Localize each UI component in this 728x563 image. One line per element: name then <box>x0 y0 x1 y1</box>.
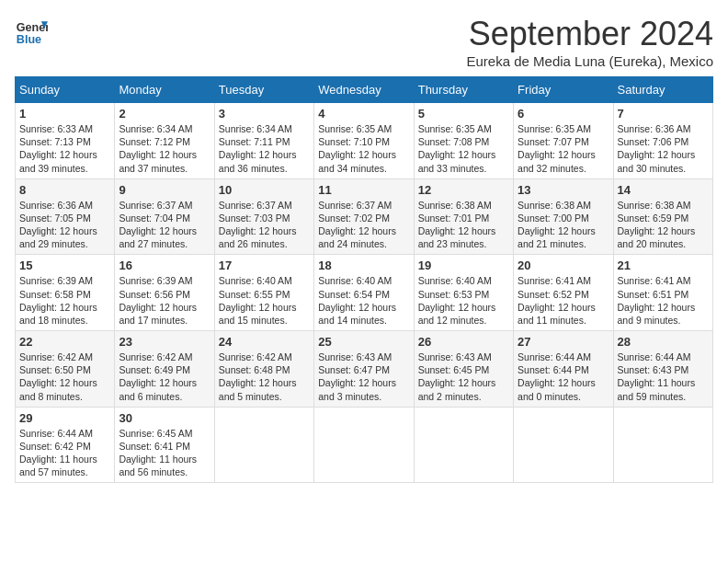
day-number: 9 <box>119 183 210 197</box>
day-number: 26 <box>418 335 509 349</box>
day-number: 10 <box>219 183 310 197</box>
calendar-week-3: 15Sunrise: 6:39 AMSunset: 6:58 PMDayligh… <box>16 255 713 331</box>
calendar-cell: 10Sunrise: 6:37 AMSunset: 7:03 PMDayligh… <box>214 178 313 255</box>
day-number: 1 <box>19 107 110 121</box>
calendar-cell: 8Sunrise: 6:36 AMSunset: 7:05 PMDaylight… <box>16 178 115 255</box>
day-number: 11 <box>318 183 409 197</box>
calendar-cell: 22Sunrise: 6:42 AMSunset: 6:50 PMDayligh… <box>16 331 115 408</box>
logo: General Blue <box>15 15 48 48</box>
day-number: 8 <box>19 183 110 197</box>
day-info: Sunrise: 6:38 AMSunset: 7:01 PMDaylight:… <box>418 199 509 251</box>
calendar-cell: 4Sunrise: 6:35 AMSunset: 7:10 PMDaylight… <box>314 103 414 179</box>
day-info: Sunrise: 6:41 AMSunset: 6:52 PMDaylight:… <box>518 274 609 327</box>
day-number: 7 <box>618 107 709 121</box>
day-info: Sunrise: 6:39 AMSunset: 6:56 PMDaylight:… <box>119 274 210 327</box>
calendar-cell: 26Sunrise: 6:43 AMSunset: 6:45 PMDayligh… <box>414 331 513 408</box>
calendar-cell: 7Sunrise: 6:36 AMSunset: 7:06 PMDaylight… <box>613 103 712 179</box>
calendar-week-4: 22Sunrise: 6:42 AMSunset: 6:50 PMDayligh… <box>16 331 713 408</box>
day-info: Sunrise: 6:42 AMSunset: 6:48 PMDaylight:… <box>219 350 310 403</box>
calendar-cell: 1Sunrise: 6:33 AMSunset: 7:13 PMDaylight… <box>16 103 115 179</box>
calendar-cell: 3Sunrise: 6:34 AMSunset: 7:11 PMDaylight… <box>214 103 313 179</box>
calendar-cell: 21Sunrise: 6:41 AMSunset: 6:51 PMDayligh… <box>613 255 712 331</box>
day-number: 22 <box>19 335 110 349</box>
calendar-cell: 12Sunrise: 6:38 AMSunset: 7:01 PMDayligh… <box>414 178 513 255</box>
weekday-monday: Monday <box>115 77 214 103</box>
day-info: Sunrise: 6:36 AMSunset: 7:05 PMDaylight:… <box>19 199 110 251</box>
day-info: Sunrise: 6:40 AMSunset: 6:53 PMDaylight:… <box>418 274 509 327</box>
calendar-cell: 14Sunrise: 6:38 AMSunset: 6:59 PMDayligh… <box>613 178 712 255</box>
day-number: 20 <box>518 259 609 272</box>
calendar-body: 1Sunrise: 6:33 AMSunset: 7:13 PMDaylight… <box>16 103 713 483</box>
calendar-cell: 30Sunrise: 6:45 AMSunset: 6:41 PMDayligh… <box>115 407 214 483</box>
day-info: Sunrise: 6:37 AMSunset: 7:02 PMDaylight:… <box>318 199 409 251</box>
svg-text:Blue: Blue <box>17 33 41 46</box>
day-number: 4 <box>318 107 409 121</box>
day-info: Sunrise: 6:33 AMSunset: 7:13 PMDaylight:… <box>19 122 110 175</box>
day-info: Sunrise: 6:38 AMSunset: 7:00 PMDaylight:… <box>518 199 609 251</box>
day-info: Sunrise: 6:34 AMSunset: 7:12 PMDaylight:… <box>119 122 210 175</box>
calendar-cell: 13Sunrise: 6:38 AMSunset: 7:00 PMDayligh… <box>514 178 613 255</box>
day-number: 19 <box>418 259 509 272</box>
day-info: Sunrise: 6:39 AMSunset: 6:58 PMDaylight:… <box>19 274 110 327</box>
calendar-week-1: 1Sunrise: 6:33 AMSunset: 7:13 PMDaylight… <box>16 103 713 179</box>
day-info: Sunrise: 6:38 AMSunset: 6:59 PMDaylight:… <box>618 199 709 251</box>
calendar-cell: 6Sunrise: 6:35 AMSunset: 7:07 PMDaylight… <box>514 103 613 179</box>
day-info: Sunrise: 6:40 AMSunset: 6:55 PMDaylight:… <box>219 274 310 327</box>
calendar-cell: 5Sunrise: 6:35 AMSunset: 7:08 PMDaylight… <box>414 103 513 179</box>
day-number: 27 <box>518 335 609 349</box>
day-number: 18 <box>318 259 409 272</box>
day-number: 21 <box>618 259 709 272</box>
calendar-cell: 28Sunrise: 6:44 AMSunset: 6:43 PMDayligh… <box>613 331 712 408</box>
calendar-week-5: 29Sunrise: 6:44 AMSunset: 6:42 PMDayligh… <box>16 407 713 483</box>
day-info: Sunrise: 6:45 AMSunset: 6:41 PMDaylight:… <box>119 427 210 479</box>
weekday-header-row: SundayMondayTuesdayWednesdayThursdayFrid… <box>16 77 713 103</box>
weekday-tuesday: Tuesday <box>214 77 313 103</box>
day-info: Sunrise: 6:37 AMSunset: 7:04 PMDaylight:… <box>119 199 210 251</box>
calendar-cell <box>314 407 414 483</box>
calendar-cell: 19Sunrise: 6:40 AMSunset: 6:53 PMDayligh… <box>414 255 513 331</box>
day-number: 17 <box>219 259 310 272</box>
day-number: 3 <box>219 107 310 121</box>
logo-icon: General Blue <box>15 15 48 48</box>
day-number: 15 <box>19 259 110 272</box>
day-number: 14 <box>618 183 709 197</box>
calendar-cell <box>613 407 712 483</box>
weekday-thursday: Thursday <box>414 77 513 103</box>
day-info: Sunrise: 6:35 AMSunset: 7:08 PMDaylight:… <box>418 122 509 175</box>
day-number: 24 <box>219 335 310 349</box>
day-info: Sunrise: 6:43 AMSunset: 6:47 PMDaylight:… <box>318 350 409 403</box>
weekday-saturday: Saturday <box>613 77 712 103</box>
day-number: 12 <box>418 183 509 197</box>
day-number: 25 <box>318 335 409 349</box>
day-info: Sunrise: 6:36 AMSunset: 7:06 PMDaylight:… <box>618 122 709 175</box>
day-number: 6 <box>518 107 609 121</box>
calendar-cell <box>514 407 613 483</box>
location-subtitle: Eureka de Media Luna (Eureka), Mexico <box>467 53 713 69</box>
calendar-cell: 9Sunrise: 6:37 AMSunset: 7:04 PMDaylight… <box>115 178 214 255</box>
day-info: Sunrise: 6:44 AMSunset: 6:44 PMDaylight:… <box>518 350 609 403</box>
day-number: 5 <box>418 107 509 121</box>
title-area: September 2024 Eureka de Media Luna (Eur… <box>467 15 713 69</box>
day-info: Sunrise: 6:42 AMSunset: 6:49 PMDaylight:… <box>119 350 210 403</box>
calendar-week-2: 8Sunrise: 6:36 AMSunset: 7:05 PMDaylight… <box>16 178 713 255</box>
calendar-cell: 18Sunrise: 6:40 AMSunset: 6:54 PMDayligh… <box>314 255 414 331</box>
calendar-cell: 11Sunrise: 6:37 AMSunset: 7:02 PMDayligh… <box>314 178 414 255</box>
day-number: 2 <box>119 107 210 121</box>
day-info: Sunrise: 6:44 AMSunset: 6:43 PMDaylight:… <box>618 350 709 403</box>
calendar-cell: 15Sunrise: 6:39 AMSunset: 6:58 PMDayligh… <box>16 255 115 331</box>
day-number: 28 <box>618 335 709 349</box>
day-info: Sunrise: 6:34 AMSunset: 7:11 PMDaylight:… <box>219 122 310 175</box>
calendar-cell <box>214 407 313 483</box>
calendar-cell: 17Sunrise: 6:40 AMSunset: 6:55 PMDayligh… <box>214 255 313 331</box>
calendar-cell: 16Sunrise: 6:39 AMSunset: 6:56 PMDayligh… <box>115 255 214 331</box>
calendar-cell: 2Sunrise: 6:34 AMSunset: 7:12 PMDaylight… <box>115 103 214 179</box>
calendar-cell: 29Sunrise: 6:44 AMSunset: 6:42 PMDayligh… <box>16 407 115 483</box>
day-info: Sunrise: 6:41 AMSunset: 6:51 PMDaylight:… <box>618 274 709 327</box>
day-number: 30 <box>119 411 210 425</box>
day-info: Sunrise: 6:42 AMSunset: 6:50 PMDaylight:… <box>19 350 110 403</box>
day-info: Sunrise: 6:35 AMSunset: 7:07 PMDaylight:… <box>518 122 609 175</box>
day-number: 16 <box>119 259 210 272</box>
day-info: Sunrise: 6:40 AMSunset: 6:54 PMDaylight:… <box>318 274 409 327</box>
calendar-cell <box>414 407 513 483</box>
page-header: General Blue September 2024 Eureka de Me… <box>15 15 713 69</box>
